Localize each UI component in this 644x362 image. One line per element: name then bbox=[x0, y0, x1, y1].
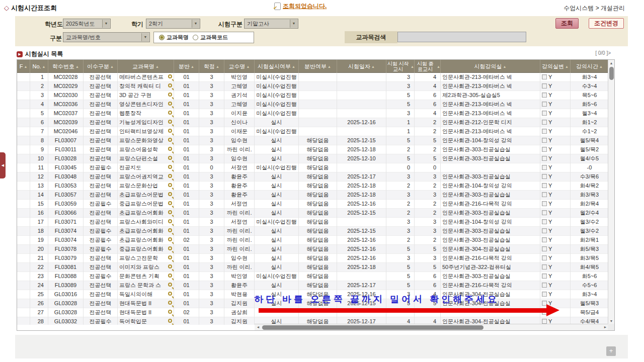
sort-arrow-icon[interactable]: ▲ bbox=[503, 64, 507, 69]
sort-arrow-icon[interactable]: ▲ bbox=[599, 64, 603, 69]
magnifier-icon[interactable] bbox=[168, 237, 172, 241]
vertical-scroll-thumb[interactable] bbox=[609, 67, 614, 80]
column-header-bunban[interactable]: 분반▲ bbox=[174, 60, 199, 73]
magnifier-icon[interactable] bbox=[168, 292, 172, 296]
subject-search-input[interactable] bbox=[397, 32, 526, 42]
radio-subject-name[interactable]: 교과목명 bbox=[159, 34, 189, 41]
sort-arrow-icon[interactable]: ▲ bbox=[216, 64, 219, 69]
room-change-checkbox[interactable] bbox=[542, 165, 547, 170]
sort-arrow-icon[interactable]: ▲ bbox=[155, 64, 159, 69]
table-row[interactable]: 19FL03074전공필수초급프랑스어회화023까린 이리.실시해당없음2025… bbox=[17, 236, 609, 245]
magnifier-icon[interactable] bbox=[168, 74, 172, 78]
horizontal-scrollbar[interactable]: ◄ ► bbox=[255, 324, 609, 330]
table-row[interactable]: 7MC02046전공선택인터랙티브영상제013이재운미실시(수업진행12인문사회… bbox=[17, 127, 609, 136]
chevron-down-icon[interactable]: ▼ bbox=[141, 33, 149, 41]
magnifier-icon[interactable] bbox=[168, 83, 172, 87]
magnifier-icon[interactable] bbox=[168, 219, 172, 223]
room-change-checkbox[interactable] bbox=[542, 111, 547, 116]
room-change-checkbox[interactable] bbox=[542, 219, 547, 224]
column-header-exam[interactable]: 시험실시여부▲ bbox=[255, 60, 299, 73]
chevron-down-icon[interactable]: ▼ bbox=[290, 20, 297, 28]
table-row[interactable]: 17FL03071전공선택프랑스사회와미디013서정연미실시(수업진행해당없음3… bbox=[17, 218, 609, 227]
column-header-prof[interactable]: 교수명▲ bbox=[224, 60, 255, 73]
table-row[interactable]: 16FL03066전공선택초급프랑스어회화013까린 이리.실시해당없음2025… bbox=[17, 209, 609, 218]
room-change-checkbox[interactable] bbox=[542, 283, 547, 288]
table-row[interactable]: 4MC02036전공선택영상콘텐츠디자인013고혜영미실시(수업진행56인문사회… bbox=[17, 100, 609, 109]
sort-arrow-icon[interactable]: ▲ bbox=[411, 64, 414, 69]
table-row[interactable]: 9FL03011전공선택프랑스어음성학013까린 이리.실시해당없음2025-1… bbox=[17, 145, 609, 154]
magnifier-icon[interactable] bbox=[168, 201, 172, 205]
radio-selected-icon[interactable] bbox=[159, 35, 165, 40]
table-row[interactable]: 12FL03048전공선택프랑스어권지역교013황윤주실시해당없음2025-12… bbox=[17, 172, 609, 182]
room-change-checkbox[interactable] bbox=[542, 255, 547, 260]
room-change-checkbox[interactable] bbox=[542, 93, 547, 98]
scroll-left-icon[interactable]: ◄ bbox=[255, 324, 261, 330]
table-row[interactable]: 11FL03045전공필수전공지도010서정연미실시(수업진행해당없음00Y-0 bbox=[17, 163, 609, 172]
room-change-checkbox[interactable] bbox=[542, 183, 547, 188]
sort-arrow-icon[interactable]: ▲ bbox=[191, 64, 194, 69]
sort-arrow-icon[interactable]: ▲ bbox=[75, 64, 79, 69]
column-header-f[interactable]: F▲ bbox=[17, 60, 30, 73]
magnifier-icon[interactable] bbox=[168, 192, 172, 196]
column-header-bbyb[interactable]: 분반여부▲ bbox=[299, 60, 337, 73]
sort-arrow-icon[interactable]: ▲ bbox=[565, 64, 569, 69]
column-header-yn[interactable]: 강의실변▲ bbox=[540, 60, 571, 73]
magnifier-icon[interactable] bbox=[168, 274, 172, 278]
room-change-checkbox[interactable] bbox=[542, 129, 547, 134]
magnifier-icon[interactable] bbox=[168, 147, 172, 151]
room-change-checkbox[interactable] bbox=[542, 147, 547, 152]
table-row[interactable]: 21FL03079전공선택프랑스고전문학013임수현실시해당없음2025-12-… bbox=[17, 254, 609, 263]
table-row[interactable]: 18FL03074전공필수초급프랑스어회화013까린 이리.실시해당없음2025… bbox=[17, 227, 609, 236]
room-change-checkbox[interactable] bbox=[542, 156, 547, 161]
column-header-start[interactable]: 시험 시작교시▲ bbox=[386, 60, 415, 73]
room-change-checkbox[interactable] bbox=[542, 174, 547, 179]
query-button[interactable]: 조회 bbox=[555, 18, 579, 29]
room-change-checkbox[interactable] bbox=[542, 274, 547, 279]
table-row[interactable]: 3MC02030전공선택3D 공간 구현013권기석미실시(수업진행56제2과학… bbox=[17, 91, 609, 100]
vertical-scrollbar[interactable]: ▲ ▼ bbox=[608, 60, 614, 325]
table-row[interactable]: 20FL03078전공필수중급프랑스어회화013까린 이리.실시해당없음2025… bbox=[17, 245, 609, 254]
scroll-up-icon[interactable]: ▲ bbox=[608, 60, 614, 66]
table-row[interactable]: 14FL03057전공선택초급프랑스어문법013황윤주실시해당없음2025-12… bbox=[17, 191, 609, 200]
room-change-checkbox[interactable] bbox=[542, 246, 547, 251]
table-row[interactable]: 24FL03089전공선택프랑스 문학과 스013황윤주실시해당없음2025-1… bbox=[17, 281, 609, 290]
magnifier-icon[interactable] bbox=[168, 165, 172, 169]
magnifier-icon[interactable] bbox=[168, 264, 172, 268]
sort-arrow-icon[interactable]: ▲ bbox=[437, 64, 440, 69]
magnifier-icon[interactable] bbox=[168, 283, 172, 287]
table-row[interactable]: 13FL03053전공선택프랑스문화산업013황윤주실시해당없음2025-12-… bbox=[17, 182, 609, 191]
sort-arrow-icon[interactable]: ▲ bbox=[292, 64, 295, 69]
sort-arrow-icon[interactable]: ▲ bbox=[328, 64, 331, 69]
column-header-room[interactable]: 시험강의실▲ bbox=[441, 60, 540, 73]
room-change-checkbox[interactable] bbox=[542, 228, 547, 233]
magnifier-icon[interactable] bbox=[168, 301, 172, 305]
table-row[interactable]: 10FL03028전공선택프랑스단편소설013임수현실시해당없음2025-12-… bbox=[17, 154, 609, 163]
magnifier-icon[interactable] bbox=[168, 228, 172, 232]
magnifier-icon[interactable] bbox=[168, 156, 172, 160]
room-change-checkbox[interactable] bbox=[542, 210, 547, 215]
sort-arrow-icon[interactable]: ▲ bbox=[371, 64, 375, 69]
table-row[interactable]: 1MC02028전공선택메타버스콘텐츠프013박인영미실시(수업진행34인문사회… bbox=[17, 73, 609, 82]
magnifier-icon[interactable] bbox=[168, 319, 172, 323]
magnifier-icon[interactable] bbox=[168, 310, 172, 314]
gubun-select[interactable]: 교과목명/번호 ▼ bbox=[63, 32, 150, 42]
horizontal-scroll-thumb[interactable] bbox=[262, 325, 484, 330]
exam-type-select[interactable]: 기말고사 ▼ bbox=[244, 19, 298, 29]
column-header-date[interactable]: 시험일자▲ bbox=[337, 60, 386, 73]
column-header-end[interactable]: 시험 종료교시▲ bbox=[415, 60, 441, 73]
table-row[interactable]: 6MC02039전공선택기능성게임디자인013신이나실시2025-12-1612… bbox=[17, 118, 609, 127]
room-change-checkbox[interactable] bbox=[542, 292, 547, 297]
column-header-credit[interactable]: 학점▲ bbox=[199, 60, 224, 73]
table-row[interactable]: 5MC02037전공선택웹툰창작013이지윤미실시(수업진행34인문사회관-21… bbox=[17, 109, 609, 118]
table-row[interactable]: 15FL03059전공필수중급프랑스어문법013서정연실시해당없음2025-12… bbox=[17, 200, 609, 209]
table-row[interactable]: 2MC02029전공선택창의적 캐릭터 디013고혜영미실시(수업진행34인문사… bbox=[17, 82, 609, 91]
magnifier-icon[interactable] bbox=[168, 255, 172, 259]
sort-arrow-icon[interactable]: ▲ bbox=[42, 64, 46, 69]
magnifier-icon[interactable] bbox=[168, 111, 172, 115]
table-row[interactable]: 22FL03081전공선택이미지와 프랑스013까린 이리.실시해당없음2025… bbox=[17, 263, 609, 272]
room-change-checkbox[interactable] bbox=[542, 120, 547, 125]
column-header-name[interactable]: 교과목명▲ bbox=[118, 60, 174, 73]
room-change-checkbox[interactable] bbox=[542, 264, 547, 269]
room-change-checkbox[interactable] bbox=[542, 192, 547, 197]
magnifier-icon[interactable] bbox=[168, 120, 172, 124]
